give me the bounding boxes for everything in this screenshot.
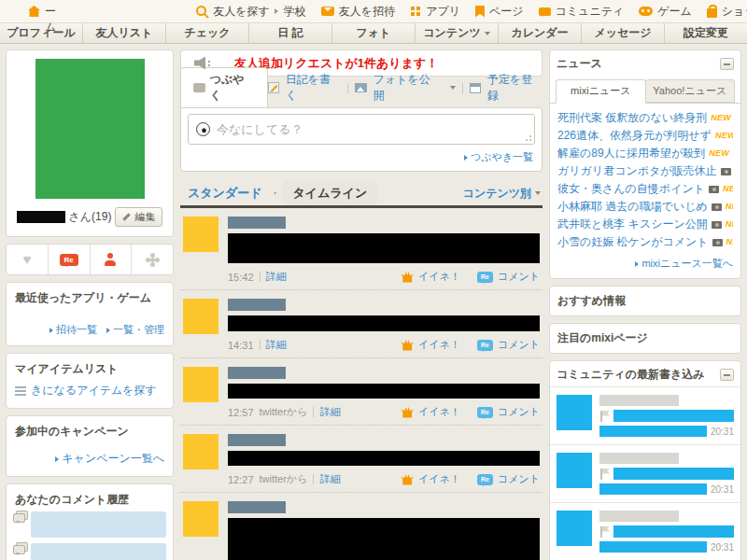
comment-bubble-icon[interactable] (477, 407, 493, 418)
feed-username-redacted[interactable] (228, 299, 286, 311)
topbar-item[interactable]: 友人を招待 (321, 4, 395, 20)
edit-profile-button[interactable]: 編集 (115, 207, 162, 227)
like-button[interactable]: イイネ！ (418, 338, 460, 352)
topbar-item[interactable]: ショッピング (707, 4, 747, 20)
topbar-item[interactable]: コミュニティ (539, 4, 625, 20)
topbar-item[interactable]: アプリ (410, 4, 460, 20)
news-link[interactable]: 解雇の89人に採用希望が殺到 (557, 145, 705, 162)
resize-grip[interactable] (524, 133, 531, 141)
topbar-item[interactable]: ページ (475, 4, 524, 20)
feed-username-redacted[interactable] (228, 367, 286, 379)
like-hands-icon[interactable] (401, 474, 414, 485)
comment-button[interactable]: コメント (498, 338, 540, 352)
tab-yahoo-news[interactable]: Yahoo!ニュース (646, 79, 736, 103)
nav-tab[interactable]: メッセージ (582, 23, 665, 43)
feed-avatar[interactable] (183, 299, 218, 334)
nav-tab[interactable]: コンテンツ (416, 23, 499, 43)
profile-avatar[interactable] (35, 59, 145, 199)
topic-title-redacted[interactable] (613, 525, 734, 538)
register-schedule-link[interactable]: 予定を登録 (487, 72, 543, 104)
tab-timeline[interactable]: タイムライン (283, 181, 378, 205)
comment-redacted-block[interactable] (31, 511, 166, 538)
chevron-down-icon[interactable] (450, 86, 456, 90)
news-link[interactable]: 死刑代案 仮釈放のない終身刑 (557, 109, 707, 127)
find-items-link[interactable]: きになるアイテムを探す (31, 383, 157, 399)
content-filter-dropdown[interactable]: コンテンツ別 (463, 186, 541, 202)
post-text-redacted[interactable] (599, 426, 707, 437)
write-diary-link[interactable]: 日記を書く (286, 72, 341, 104)
news-more-label[interactable]: mixiニュース一覧へ (641, 257, 733, 271)
nav-tab[interactable]: カレンダー (499, 23, 582, 43)
minimize-button[interactable] (720, 58, 734, 70)
news-link[interactable]: 彼女・奥さんの自慢ポイント (557, 180, 705, 198)
nav-tab[interactable]: フォト (332, 23, 416, 43)
status-input[interactable] (217, 122, 527, 136)
nav-tab[interactable]: チェック (166, 23, 249, 43)
community-name-redacted[interactable] (599, 453, 679, 464)
tab-standard[interactable]: スタンダード (182, 182, 268, 204)
news-link[interactable]: 小林麻耶 過去の職場でいじめ (557, 198, 708, 216)
manage-list-label[interactable]: 一覧・管理 (113, 323, 164, 337)
friends-button[interactable] (91, 245, 133, 274)
nav-tab[interactable]: プロフィール (0, 23, 83, 43)
favorite-button[interactable] (7, 245, 49, 274)
tweet-list-label[interactable]: つぶやき一覧 (471, 150, 533, 164)
invite-list-label[interactable]: 招待一覧 (56, 323, 97, 337)
nav-tab[interactable]: 設定変更 (665, 23, 747, 43)
topbar-item[interactable]: ゲーム (639, 4, 692, 20)
detail-link[interactable]: 詳細 (319, 472, 340, 486)
comment-redacted-block[interactable] (31, 543, 166, 560)
like-button[interactable]: イイネ！ (418, 472, 460, 486)
publish-photo-link[interactable]: フォトを公開 (374, 72, 441, 104)
news-link[interactable]: 226遺体、依然身元が判明せず (557, 127, 712, 145)
like-hands-icon[interactable] (401, 272, 414, 283)
comment-bubble-icon[interactable] (477, 272, 493, 283)
nav-tab[interactable]: 日 記 (249, 23, 332, 43)
feed-avatar[interactable] (183, 434, 218, 469)
news-link[interactable]: 武井咲と桃李 キスシーン公開 (557, 216, 708, 233)
detail-link[interactable]: 詳細 (266, 338, 287, 352)
campaign-list-label[interactable]: キャンペーン一覧へ (62, 451, 164, 467)
news-link[interactable]: ガリガリ君コンポタが販売休止 (557, 162, 717, 180)
feed-username-redacted[interactable] (228, 501, 286, 513)
comment-bubble-icon[interactable] (477, 474, 493, 485)
manage-list-link[interactable]: 一覧・管理 (106, 323, 164, 337)
community-avatar[interactable] (557, 453, 592, 488)
nav-tab[interactable]: 友人リスト (83, 23, 166, 43)
detail-link[interactable]: 詳細 (266, 270, 287, 284)
like-hands-icon[interactable] (401, 407, 414, 418)
like-hands-icon[interactable] (401, 340, 414, 351)
feed-avatar[interactable] (183, 367, 218, 402)
community-avatar[interactable] (557, 395, 592, 430)
comment-button[interactable]: コメント (498, 472, 540, 486)
news-more-link[interactable]: mixiニュース一覧へ (635, 257, 733, 271)
feed-avatar[interactable] (183, 217, 218, 252)
feed-username-redacted[interactable] (228, 434, 286, 446)
community-name-redacted[interactable] (599, 511, 679, 522)
tweet-tab[interactable]: つぶやく (180, 67, 268, 107)
comment-button[interactable]: コメント (498, 405, 540, 419)
campaign-list-link[interactable]: キャンペーン一覧へ (55, 451, 164, 467)
news-link[interactable]: 小雪の妊娠 松ケンがコメント (557, 233, 709, 251)
minimize-button[interactable] (720, 369, 734, 381)
topic-title-redacted[interactable] (613, 410, 734, 422)
community-avatar[interactable] (557, 511, 592, 546)
like-button[interactable]: イイネ！ (418, 270, 460, 284)
detail-link[interactable]: 詳細 (319, 405, 340, 419)
tab-mixi-news[interactable]: mixiニュース (556, 79, 646, 104)
post-text-redacted[interactable] (599, 541, 707, 553)
invite-list-link[interactable]: 招待一覧 (49, 323, 97, 337)
feed-username-redacted[interactable] (228, 217, 286, 229)
topic-title-redacted[interactable] (613, 468, 734, 480)
content-filter-label[interactable]: コンテンツ別 (463, 186, 531, 202)
apps-button[interactable] (132, 245, 173, 274)
topbar-sub-link[interactable]: 学校 (275, 4, 306, 20)
comment-bubble-icon[interactable] (477, 340, 493, 351)
community-name-redacted[interactable] (599, 395, 679, 406)
tweet-list-link[interactable]: つぶやき一覧 (464, 150, 533, 164)
feed-avatar[interactable] (183, 501, 218, 537)
reply-button[interactable] (49, 245, 91, 274)
post-text-redacted[interactable] (599, 483, 707, 495)
comment-button[interactable]: コメント (498, 270, 540, 284)
like-button[interactable]: イイネ！ (418, 405, 460, 419)
